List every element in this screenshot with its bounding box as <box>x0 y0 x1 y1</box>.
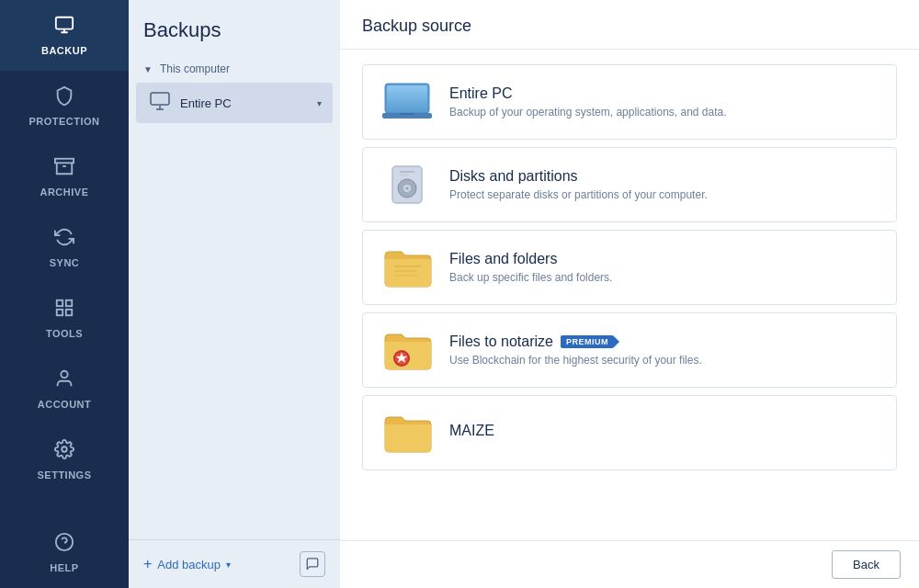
tree-parent: ▼ This computer <box>136 57 333 81</box>
chat-icon <box>305 557 320 572</box>
sidebar-item-sync[interactable]: SYNC <box>0 212 129 283</box>
maize-folder-icon <box>380 409 435 457</box>
svg-rect-11 <box>151 93 169 105</box>
entire-pc-icon <box>380 78 435 126</box>
sidebar-item-protection[interactable]: PROTECTION <box>0 71 129 141</box>
help-icon <box>54 532 74 557</box>
sidebar-item-tools[interactable]: TOOLS <box>0 283 129 354</box>
middle-footer: + Add backup ▾ <box>129 539 340 588</box>
entire-pc-desc: Backup of your operating system, applica… <box>449 106 879 119</box>
sidebar-tools-label: TOOLS <box>46 328 83 339</box>
back-button[interactable]: Back <box>832 550 901 579</box>
sidebar-archive-label: ARCHIVE <box>40 187 88 198</box>
sidebar-item-account[interactable]: ACCOUNT <box>0 354 129 424</box>
sidebar-backup-label: BACKUP <box>41 45 87 56</box>
maize-title: MAIZE <box>449 423 879 439</box>
sidebar-item-settings[interactable]: SETTINGS <box>0 424 129 495</box>
notarize-text: Files to notarize PREMIUM Use Blockchain… <box>449 334 879 367</box>
svg-rect-22 <box>400 175 409 176</box>
sidebar-item-archive[interactable]: ARCHIVE <box>0 141 129 212</box>
protection-icon <box>54 85 74 110</box>
account-icon <box>54 368 74 393</box>
sidebar-settings-label: SETTINGS <box>37 469 91 481</box>
sidebar-item-help[interactable]: HELP <box>0 517 129 588</box>
sidebar-protection-label: PROTECTION <box>28 116 99 127</box>
monitor-icon <box>147 90 173 116</box>
middle-panel: Backups ▼ This computer Entire PC ▾ + Ad… <box>129 0 340 588</box>
svg-rect-1 <box>55 159 74 164</box>
files-folders-desc: Back up specific files and folders. <box>449 271 879 284</box>
sidebar-item-backup[interactable]: BACKUP <box>0 0 129 71</box>
sidebar: BACKUP PROTECTION ARCHIVE SYNC <box>0 0 129 588</box>
svg-rect-6 <box>66 310 72 315</box>
disk-icon <box>380 161 435 209</box>
source-item-files-folders[interactable]: Files and folders Back up specific files… <box>362 230 897 305</box>
settings-icon <box>54 439 74 464</box>
sync-icon <box>54 227 74 252</box>
tree-child-entire-pc[interactable]: Entire PC ▾ <box>136 83 333 123</box>
premium-badge: PREMIUM <box>561 335 614 348</box>
disks-text: Disks and partitions Protect separate di… <box>449 168 879 201</box>
notarize-icon <box>380 326 435 374</box>
source-item-disks[interactable]: Disks and partitions Protect separate di… <box>362 147 897 222</box>
tree-child-label: Entire PC <box>180 96 310 110</box>
tree-section: ▼ This computer Entire PC ▾ <box>129 57 340 125</box>
chevron-right-icon: ▾ <box>317 98 322 108</box>
entire-pc-title: Entire PC <box>449 85 879 102</box>
maize-text: MAIZE <box>449 423 879 443</box>
dropdown-arrow-icon: ▾ <box>226 560 231 570</box>
add-backup-label: Add backup <box>157 558 221 571</box>
svg-rect-5 <box>57 310 62 315</box>
svg-point-7 <box>61 371 67 378</box>
svg-rect-4 <box>66 300 72 306</box>
chevron-down-icon: ▼ <box>143 64 153 74</box>
add-backup-button[interactable]: + Add backup ▾ <box>143 556 231 572</box>
source-item-maize[interactable]: MAIZE <box>362 395 897 470</box>
backup-source-header: Backup source <box>340 0 919 50</box>
disks-title: Disks and partitions <box>449 168 879 185</box>
source-item-entire-pc[interactable]: Entire PC Backup of your operating syste… <box>362 64 897 140</box>
plus-icon: + <box>143 556 152 572</box>
sidebar-sync-label: SYNC <box>50 257 80 268</box>
entire-pc-text: Entire PC Backup of your operating syste… <box>449 85 879 119</box>
main-content: Backup source <box>340 0 919 588</box>
main-footer: Back <box>340 540 919 588</box>
svg-rect-16 <box>400 113 414 115</box>
svg-rect-14 <box>387 85 427 111</box>
svg-point-20 <box>406 187 409 190</box>
tree-parent-label: This computer <box>160 62 230 75</box>
svg-point-8 <box>62 447 67 452</box>
backup-icon <box>54 15 74 40</box>
files-folders-text: Files and folders Back up specific files… <box>449 251 879 284</box>
svg-rect-3 <box>57 300 62 306</box>
middle-title: Backups <box>129 0 340 57</box>
disks-desc: Protect separate disks or partitions of … <box>449 188 879 201</box>
svg-rect-21 <box>400 171 414 173</box>
tools-icon <box>54 298 74 322</box>
folder-icon <box>380 243 435 291</box>
source-item-notarize[interactable]: Files to notarize PREMIUM Use Blockchain… <box>362 312 897 388</box>
sidebar-account-label: ACCOUNT <box>38 399 92 410</box>
svg-rect-0 <box>56 17 73 29</box>
source-list: Entire PC Backup of your operating syste… <box>340 50 919 540</box>
files-folders-title: Files and folders <box>449 251 879 267</box>
sidebar-help-label: HELP <box>50 562 78 573</box>
chat-button[interactable] <box>300 551 325 577</box>
notarize-title: Files to notarize PREMIUM <box>449 334 879 350</box>
archive-icon <box>54 156 74 181</box>
notarize-desc: Use Blockchain for the highest security … <box>449 354 879 367</box>
